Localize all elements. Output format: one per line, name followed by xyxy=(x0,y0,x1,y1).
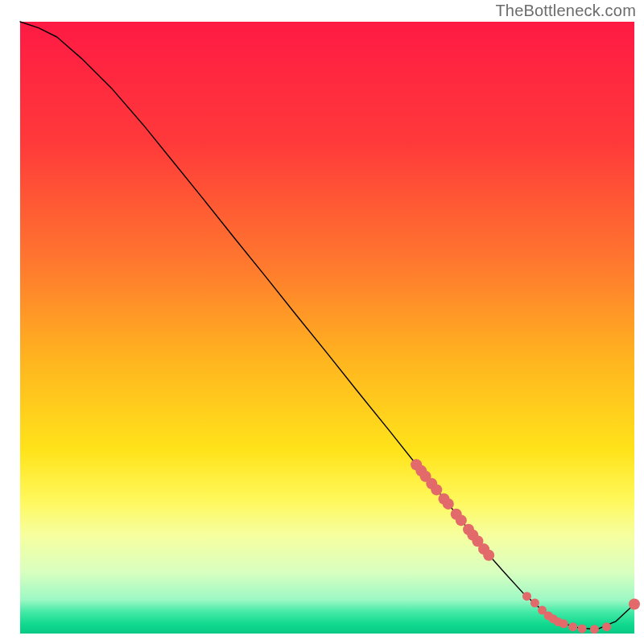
curve-marker xyxy=(483,550,494,561)
curve-marker xyxy=(456,514,467,526)
curve-marker xyxy=(522,592,531,601)
curve-marker xyxy=(602,622,611,631)
curve-marker xyxy=(590,625,599,634)
curve-marker xyxy=(530,599,539,608)
curve-marker xyxy=(559,619,568,628)
curve-marker xyxy=(568,622,577,631)
curve-marker xyxy=(578,624,587,633)
curve-marker xyxy=(443,498,454,510)
bottleneck-chart xyxy=(0,0,644,644)
curve-end-marker xyxy=(629,599,640,610)
plot-background xyxy=(20,22,634,634)
curve-marker xyxy=(431,484,442,495)
